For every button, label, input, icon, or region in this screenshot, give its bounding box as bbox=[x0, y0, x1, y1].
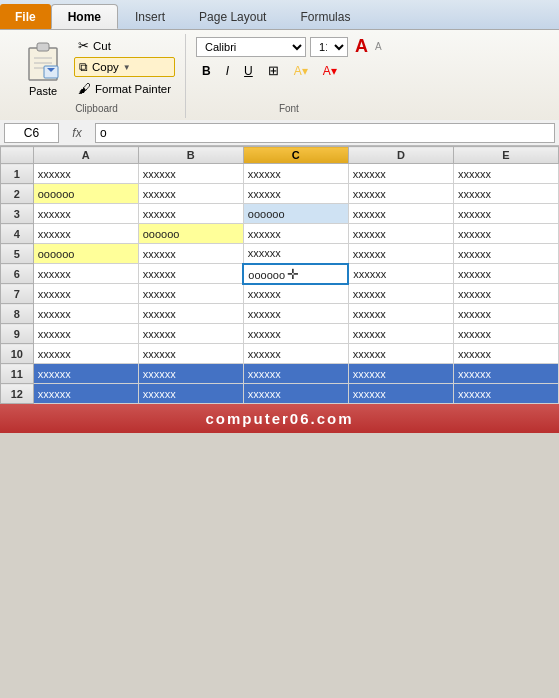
format-painter-button[interactable]: 🖌 Format Painter bbox=[74, 79, 175, 98]
cell[interactable]: xxxxxx bbox=[243, 164, 348, 184]
cell[interactable]: xxxxxx bbox=[138, 344, 243, 364]
bold-button[interactable]: B bbox=[196, 62, 217, 80]
cell[interactable]: xxxxxx bbox=[243, 244, 348, 264]
italic-button[interactable]: I bbox=[220, 62, 235, 80]
cell[interactable]: xxxxxx bbox=[243, 304, 348, 324]
border-button[interactable]: ⊞ bbox=[262, 61, 285, 80]
copy-button[interactable]: ⧉ Copy ▼ bbox=[74, 57, 175, 77]
tab-home[interactable]: Home bbox=[51, 4, 118, 29]
col-header-C[interactable]: C bbox=[243, 147, 348, 164]
tab-insert[interactable]: Insert bbox=[118, 4, 182, 29]
font-grow-button[interactable]: A bbox=[352, 36, 371, 57]
cell[interactable]: xxxxxx bbox=[138, 364, 243, 384]
formula-input[interactable] bbox=[95, 123, 555, 143]
cell[interactable]: xxxxxx bbox=[348, 244, 453, 264]
cell[interactable]: oooooo bbox=[33, 184, 138, 204]
cell[interactable]: xxxxxx bbox=[348, 164, 453, 184]
font-size-select[interactable]: 11 bbox=[310, 37, 348, 57]
cell[interactable]: xxxxxx bbox=[348, 344, 453, 364]
cell[interactable]: xxxxxx bbox=[243, 384, 348, 404]
format-painter-icon: 🖌 bbox=[78, 81, 91, 96]
cell[interactable]: oooooo bbox=[138, 224, 243, 244]
copy-icon: ⧉ bbox=[79, 60, 88, 74]
paste-button[interactable]: Paste bbox=[18, 36, 68, 99]
cell[interactable]: xxxxxx bbox=[243, 184, 348, 204]
cell[interactable]: xxxxxx bbox=[453, 344, 558, 364]
cell[interactable]: xxxxxx bbox=[453, 184, 558, 204]
cell[interactable]: xxxxxx bbox=[33, 344, 138, 364]
cell[interactable]: xxxxxx bbox=[33, 384, 138, 404]
cell[interactable]: xxxxxx bbox=[33, 204, 138, 224]
cell[interactable]: xxxxxx bbox=[243, 324, 348, 344]
cell[interactable]: xxxxxx bbox=[138, 244, 243, 264]
cell[interactable]: xxxxxx bbox=[33, 264, 138, 284]
font-color-button[interactable]: A▾ bbox=[317, 62, 343, 80]
sheet-table: A B C D E 1xxxxxxxxxxxxxxxxxxxxxxxxxxxxx… bbox=[0, 146, 559, 404]
cell[interactable]: xxxxxx bbox=[243, 224, 348, 244]
cell[interactable]: xxxxxx bbox=[348, 324, 453, 344]
col-header-A[interactable]: A bbox=[33, 147, 138, 164]
paste-label: Paste bbox=[29, 85, 57, 97]
row-header-4: 4 bbox=[1, 224, 34, 244]
cell[interactable]: xxxxxx bbox=[138, 204, 243, 224]
cell[interactable]: xxxxxx bbox=[348, 224, 453, 244]
cell[interactable]: xxxxxx bbox=[138, 324, 243, 344]
col-header-E[interactable]: E bbox=[453, 147, 558, 164]
cell[interactable]: oooooo bbox=[243, 204, 348, 224]
cell[interactable]: xxxxxx bbox=[243, 364, 348, 384]
tab-file[interactable]: File bbox=[0, 4, 51, 29]
cell[interactable]: xxxxxx bbox=[243, 344, 348, 364]
cell[interactable]: xxxxxx bbox=[453, 204, 558, 224]
cell[interactable]: xxxxxx bbox=[348, 184, 453, 204]
row-header-11: 11 bbox=[1, 364, 34, 384]
cell[interactable]: xxxxxx bbox=[453, 164, 558, 184]
cell[interactable]: oooooo✛ bbox=[243, 264, 348, 284]
cell[interactable]: xxxxxx bbox=[453, 384, 558, 404]
cell[interactable]: xxxxxx bbox=[33, 224, 138, 244]
tab-formulas[interactable]: Formulas bbox=[283, 4, 367, 29]
row-header-7: 7 bbox=[1, 284, 34, 304]
cell[interactable]: xxxxxx bbox=[138, 264, 243, 284]
col-header-D[interactable]: D bbox=[348, 147, 453, 164]
cell[interactable]: xxxxxx bbox=[348, 264, 453, 284]
underline-button[interactable]: U bbox=[238, 62, 259, 80]
cell[interactable]: xxxxxx bbox=[453, 264, 558, 284]
cell[interactable]: xxxxxx bbox=[348, 304, 453, 324]
cell[interactable]: xxxxxx bbox=[33, 304, 138, 324]
cell[interactable]: xxxxxx bbox=[348, 384, 453, 404]
font-group-label: Font bbox=[279, 99, 299, 114]
cell[interactable]: xxxxxx bbox=[138, 164, 243, 184]
table-row: 2ooooooxxxxxxxxxxxxxxxxxxxxxxxx bbox=[1, 184, 559, 204]
cell[interactable]: xxxxxx bbox=[453, 244, 558, 264]
clipboard-group: Paste ✂ Cut ⧉ Copy ▼ 🖌 Format Painter bbox=[8, 34, 186, 118]
table-row: 7xxxxxxxxxxxxxxxxxxxxxxxxxxxxxx bbox=[1, 284, 559, 304]
cut-button[interactable]: ✂ Cut bbox=[74, 36, 175, 55]
font-shrink-button[interactable]: A bbox=[375, 41, 382, 52]
cell[interactable]: xxxxxx bbox=[138, 304, 243, 324]
cell[interactable]: xxxxxx bbox=[453, 304, 558, 324]
cell[interactable]: xxxxxx bbox=[348, 364, 453, 384]
col-header-B[interactable]: B bbox=[138, 147, 243, 164]
cell[interactable]: xxxxxx bbox=[138, 184, 243, 204]
cell[interactable]: oooooo bbox=[33, 244, 138, 264]
font-name-select[interactable]: Calibri bbox=[196, 37, 306, 57]
cell[interactable]: xxxxxx bbox=[33, 364, 138, 384]
cell[interactable]: xxxxxx bbox=[243, 284, 348, 304]
cell[interactable]: xxxxxx bbox=[33, 324, 138, 344]
tab-page-layout[interactable]: Page Layout bbox=[182, 4, 283, 29]
table-row: 12xxxxxxxxxxxxxxxxxxxxxxxxxxxxxx bbox=[1, 384, 559, 404]
cell[interactable]: xxxxxx bbox=[453, 284, 558, 304]
cell[interactable]: xxxxxx bbox=[138, 284, 243, 304]
cell[interactable]: xxxxxx bbox=[348, 284, 453, 304]
svg-rect-1 bbox=[37, 43, 49, 51]
cell[interactable]: xxxxxx bbox=[348, 204, 453, 224]
table-row: 3xxxxxxxxxxxxooooooxxxxxxxxxxxx bbox=[1, 204, 559, 224]
fill-color-button[interactable]: A▾ bbox=[288, 62, 314, 80]
cell[interactable]: xxxxxx bbox=[453, 324, 558, 344]
cell[interactable]: xxxxxx bbox=[138, 384, 243, 404]
cell[interactable]: xxxxxx bbox=[33, 284, 138, 304]
cell[interactable]: xxxxxx bbox=[453, 224, 558, 244]
cell-reference-input[interactable] bbox=[4, 123, 59, 143]
cell[interactable]: xxxxxx bbox=[33, 164, 138, 184]
cell[interactable]: xxxxxx bbox=[453, 364, 558, 384]
